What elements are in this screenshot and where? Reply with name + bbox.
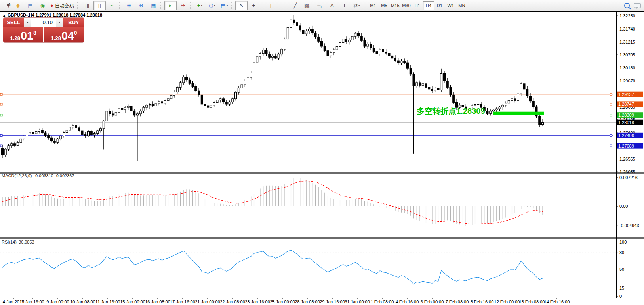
new-order-button[interactable]: ◆ [12, 1, 24, 10]
text-label-button[interactable]: T [338, 1, 351, 10]
svg-text:1.26055: 1.26055 [619, 169, 635, 174]
volume-increase-button[interactable]: ▲ [56, 18, 63, 27]
svg-text:12 Feb 00:00: 12 Feb 00:00 [494, 299, 520, 304]
rsi-indicator-label: RSI(14)36.0853 [2, 240, 36, 244]
text-button[interactable]: A [326, 1, 338, 10]
equidistant-channel-icon-subscript: E [309, 6, 311, 9]
collapse-panel-icon[interactable]: ▲ [2, 13, 6, 17]
macd-indicator-label: MACD(12,26,9)-0.003310 -0.002367 [2, 173, 76, 178]
timeframe-button-M15[interactable]: M15 [390, 1, 401, 10]
mt4-window: 单◆▤◉●自动交易|||▯~⊕⊖▦▸↦+▾◷▾▤▾↖+|—╱▨E≣FAT⇄▾M1… [0, 0, 644, 305]
chat-icon[interactable] [634, 3, 641, 8]
crosshair-button[interactable]: + [248, 1, 260, 10]
turning-point-annotation: 多空转折点1.28309 [417, 107, 485, 115]
periods-button[interactable]: ◷▾ [206, 1, 218, 10]
fibonacci-button[interactable]: ≣F [314, 1, 326, 10]
svg-text:1.31740: 1.31740 [619, 27, 635, 31]
one-click-trading-panel: SELL ▼ 0.10 ▲ BUY 1.28 01 8 1.28 04 0 [3, 18, 84, 42]
zoom-in-icon: ⊕ [127, 3, 131, 8]
svg-text:1.30705: 1.30705 [619, 52, 635, 57]
svg-text:1.26565: 1.26565 [619, 157, 635, 161]
svg-text:0.00: 0.00 [619, 204, 628, 209]
svg-text:1.32250: 1.32250 [619, 13, 635, 18]
tile-windows-button[interactable]: ▦ [147, 1, 160, 10]
buy-price-main: 04 [61, 31, 74, 41]
horizontal-line-button[interactable]: — [277, 1, 289, 10]
svg-text:9 Jan 00:00: 9 Jan 00:00 [46, 299, 69, 304]
toolbar-grip [160, 2, 163, 9]
sell-button[interactable]: SELL [3, 18, 24, 27]
tile-windows-icon: ▦ [151, 3, 156, 8]
svg-text:6 Feb 00:00: 6 Feb 00:00 [421, 299, 444, 304]
macd-title: MACD(12,26,9) [2, 173, 32, 178]
timeframe-button-M1[interactable]: M1 [368, 1, 379, 10]
text-icon: A [330, 3, 334, 8]
candlestick-chart-button[interactable]: ▯ [93, 1, 106, 10]
timeframe-button-MN[interactable]: MN [456, 1, 467, 10]
zoom-in-button[interactable]: ⊕ [123, 1, 135, 10]
sell-price-main: 01 [21, 31, 33, 41]
buy-price-button[interactable]: 1.28 04 0 [44, 27, 84, 42]
svg-text:1.30180: 1.30180 [619, 65, 635, 70]
trendline-icon: ╱ [293, 3, 297, 8]
auto-scroll-icon: ▸ [169, 3, 172, 8]
timeframe-button-D1[interactable]: D1 [434, 1, 445, 10]
autotrade-button[interactable]: ●自动交易 [49, 1, 76, 10]
line-chart-button[interactable]: ~ [106, 1, 118, 10]
indicators-button[interactable]: +▾ [194, 1, 206, 10]
chart-window-button[interactable]: ▤ [24, 1, 36, 10]
templates-dropdown-arrow[interactable]: ▾ [227, 4, 228, 7]
svg-text:50: 50 [619, 267, 624, 272]
line-handle [0, 145, 2, 147]
svg-text:1.31215: 1.31215 [619, 40, 635, 44]
svg-text:多空转折点1.28309: 多空转折点1.28309 [417, 107, 485, 115]
svg-text:11 Jan 16:00: 11 Jan 16:00 [95, 299, 120, 304]
signal-button[interactable]: ◉ [36, 1, 49, 10]
svg-text:15: 15 [619, 286, 624, 290]
equidistant-channel-button[interactable]: ▨E [301, 1, 314, 10]
toolbar-grip [190, 2, 192, 9]
arrows-dropdown-arrow[interactable]: ▾ [358, 4, 360, 7]
chart-title: ▲GBPUSD-,H4 1.27991 1.28018 1.27884 1.28… [2, 13, 102, 17]
chart-shift-button[interactable]: ↦ [177, 1, 189, 10]
cursor-button[interactable]: ↖ [235, 1, 248, 10]
indicators-dropdown-arrow[interactable]: ▾ [201, 4, 202, 7]
turning-point-segment[interactable] [493, 112, 544, 115]
svg-text:7 Jan 16:00: 7 Jan 16:00 [21, 299, 44, 304]
bar-chart-icon: ||| [85, 3, 89, 8]
volume-input[interactable]: 0.10 [31, 18, 56, 27]
line-handle [610, 114, 612, 116]
toolbar-grip [77, 2, 80, 9]
timeframe-button-M30[interactable]: M30 [401, 1, 412, 10]
svg-text:8 Feb 16:00: 8 Feb 16:00 [471, 299, 494, 304]
vertical-line-button[interactable]: | [265, 1, 277, 10]
timeframe-button-H1[interactable]: H1 [412, 1, 423, 10]
zoom-out-button[interactable]: ⊖ [135, 1, 147, 10]
svg-text:4 Jan 2019: 4 Jan 2019 [3, 299, 24, 304]
auto-scroll-button[interactable]: ▸ [164, 1, 177, 10]
svg-text:0.007216: 0.007216 [619, 175, 638, 180]
timeframe-button-H4[interactable]: H4 [423, 1, 434, 10]
line-chart-icon: ~ [111, 3, 114, 8]
buy-button[interactable]: BUY [63, 18, 84, 27]
new-order-label-fragment[interactable]: 单 [6, 2, 11, 9]
sell-price-prefix: 1.28 [10, 36, 20, 41]
chart-canvas[interactable]: 1.322501.317401.312151.307051.301801.296… [0, 0, 644, 305]
new-order-icon: ◆ [16, 3, 20, 8]
svg-text:25 Jan 00:00: 25 Jan 00:00 [270, 299, 295, 304]
periods-dropdown-arrow[interactable]: ▾ [214, 4, 215, 7]
templates-button[interactable]: ▤▾ [218, 1, 231, 10]
arrows-button[interactable]: ⇄▾ [351, 1, 363, 10]
sell-price-button[interactable]: 1.28 01 8 [3, 27, 43, 42]
toolbar-grip [2, 2, 4, 9]
search-icon[interactable] [624, 3, 630, 8]
line-handle [0, 114, 2, 116]
bar-chart-button[interactable]: ||| [81, 1, 93, 10]
trendline-button[interactable]: ╱ [289, 1, 301, 10]
svg-text:23 Jan 16:00: 23 Jan 16:00 [245, 299, 270, 304]
autotrade-icon: ● [50, 3, 53, 8]
toolbar-grip [261, 2, 263, 9]
volume-decrease-button[interactable]: ▼ [24, 18, 31, 27]
timeframe-button-M5[interactable]: M5 [379, 1, 390, 10]
timeframe-button-W1[interactable]: W1 [445, 1, 456, 10]
